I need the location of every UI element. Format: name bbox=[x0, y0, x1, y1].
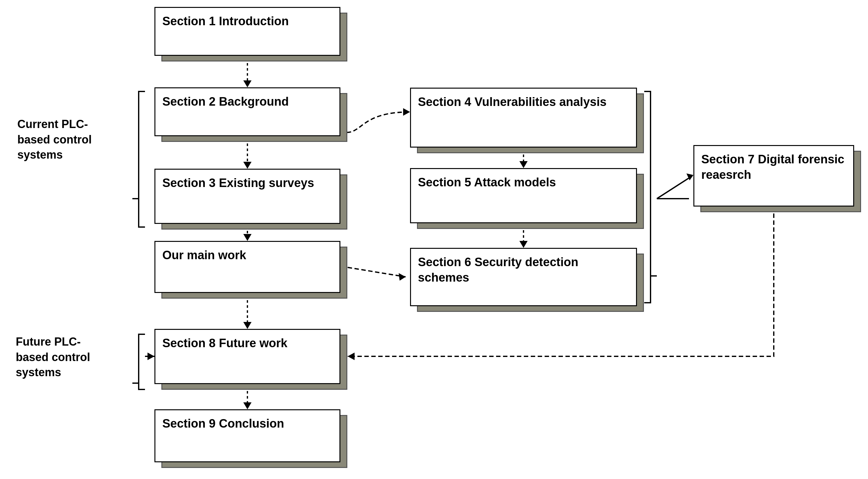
sec5-label: Section 5 Attack models bbox=[418, 176, 556, 189]
future-plc-label: Future PLC- based control systems bbox=[16, 334, 90, 380]
svg-marker-5 bbox=[243, 234, 251, 241]
sec1-label: Section 1 Introduction bbox=[162, 14, 289, 28]
sec7-label: Section 7 Digital forensic reaesrch bbox=[701, 153, 844, 181]
sec7-box: Section 7 Digital forensic reaesrch bbox=[693, 145, 854, 207]
sec3-box: Section 3 Existing surveys bbox=[154, 169, 340, 224]
svg-line-18 bbox=[657, 176, 692, 199]
svg-marker-9 bbox=[243, 402, 251, 409]
svg-marker-22 bbox=[148, 353, 154, 360]
sec9-box: Section 9 Conclusion bbox=[154, 409, 340, 462]
sec6-label: Section 6 Security detection schemes bbox=[418, 256, 578, 284]
svg-marker-16 bbox=[399, 273, 406, 281]
svg-marker-7 bbox=[243, 322, 251, 329]
svg-marker-1 bbox=[243, 81, 251, 87]
sec2-box: Section 2 Background bbox=[154, 87, 340, 136]
svg-marker-20 bbox=[348, 353, 354, 360]
sec4-box: Section 4 Vulnerabilities analysis bbox=[410, 88, 637, 148]
sec1-box: Section 1 Introduction bbox=[154, 7, 340, 56]
sec8-box: Section 8 Future work bbox=[154, 329, 340, 384]
sec6-box: Section 6 Security detection schemes bbox=[410, 248, 637, 306]
sec4-label: Section 4 Vulnerabilities analysis bbox=[418, 95, 607, 109]
arrows-svg bbox=[0, 0, 868, 479]
sec2-label: Section 2 Background bbox=[162, 95, 289, 108]
sec9-label: Section 9 Conclusion bbox=[162, 417, 284, 430]
svg-marker-11 bbox=[519, 161, 528, 168]
sec3-label: Section 3 Existing surveys bbox=[162, 176, 314, 189]
current-plc-label: Current PLC- based control systems bbox=[17, 117, 92, 163]
svg-line-15 bbox=[348, 267, 406, 277]
sec8-label: Section 8 Future work bbox=[162, 336, 287, 350]
sec5-box: Section 5 Attack models bbox=[410, 168, 637, 223]
main-label: Our main work bbox=[162, 248, 246, 262]
svg-marker-13 bbox=[519, 241, 528, 248]
svg-marker-19 bbox=[686, 174, 693, 180]
diagram-container: Section 1 Introduction Section 2 Backgro… bbox=[0, 0, 868, 479]
svg-marker-14 bbox=[403, 108, 410, 116]
svg-marker-3 bbox=[243, 162, 251, 169]
main-box: Our main work bbox=[154, 241, 340, 293]
